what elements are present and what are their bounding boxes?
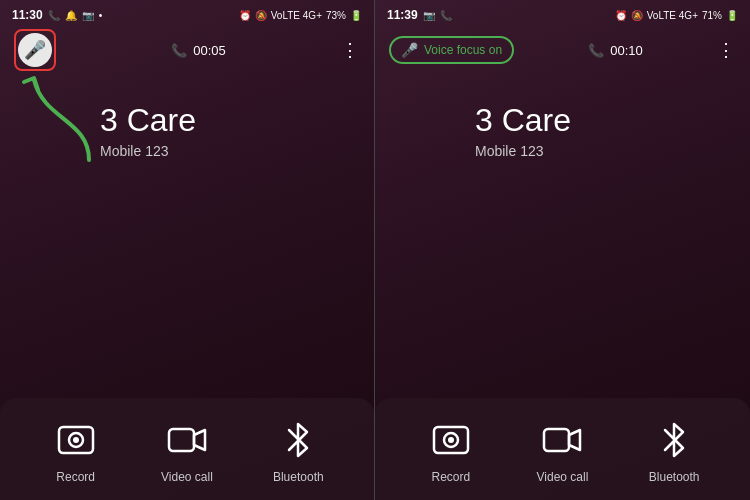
battery-pct-2: 71% [702, 10, 722, 21]
bottom-actions-1: Record Video call Bluet [0, 398, 374, 500]
call-timer-1: 📞 00:05 [171, 43, 226, 58]
status-right-1: ⏰ 🔕 VoLTE 4G+ 73% 🔋 [239, 10, 362, 21]
status-left-2: 11:39 📷 📞 [387, 8, 452, 22]
video-label-2: Video call [537, 470, 589, 484]
mute-icon-2: 🔕 [631, 10, 643, 21]
voice-focus-mic-icon: 🎤 [401, 42, 418, 58]
battery-icon-2: 🔋 [726, 10, 738, 21]
call-bar-2: 🎤 Voice focus on 📞 00:10 ⋮ [375, 28, 750, 72]
battery-2: VoLTE 4G+ [647, 10, 698, 21]
bluetooth-icon-box-1 [271, 418, 325, 462]
caller-info-2: 3 Care Mobile 123 [375, 72, 750, 398]
svg-point-2 [73, 437, 79, 443]
screen-1: 11:30 📞 🔔 📷 • ⏰ 🔕 VoLTE 4G+ 73% 🔋 🎤 📞 00… [0, 0, 375, 500]
svg-point-6 [448, 437, 454, 443]
svg-rect-7 [544, 429, 569, 451]
call-timer-2: 📞 00:10 [588, 43, 643, 58]
svg-rect-3 [169, 429, 194, 451]
call-bar-left-2: 🎤 Voice focus on [389, 36, 514, 64]
dot-icon-1: • [99, 10, 103, 21]
voice-focus-text: Voice focus on [424, 43, 502, 57]
status-right-2: ⏰ 🔕 VoLTE 4G+ 71% 🔋 [615, 10, 738, 21]
screenshot-icon-1: 📷 [82, 10, 94, 21]
more-button-2[interactable]: ⋮ [717, 39, 736, 61]
notification-icon-2: 📷 [423, 10, 435, 21]
phone-status-icon-1: 📞 [48, 10, 60, 21]
status-left-1: 11:30 📞 🔔 📷 • [12, 8, 102, 22]
action-video-2[interactable]: Video call [527, 418, 597, 484]
action-video-1[interactable]: Video call [152, 418, 222, 484]
status-bar-2: 11:39 📷 📞 ⏰ 🔕 VoLTE 4G+ 71% 🔋 [375, 0, 750, 28]
record-icon-box-1 [49, 418, 103, 462]
screen-2: 11:39 📷 📞 ⏰ 🔕 VoLTE 4G+ 71% 🔋 🎤 Voice fo… [375, 0, 750, 500]
bottom-actions-2: Record Video call Bluet [375, 398, 750, 500]
bluetooth-icon-box-2 [647, 418, 701, 462]
status-time-1: 11:30 [12, 8, 43, 22]
alarm-icon-1: ⏰ [239, 10, 251, 21]
phone-call-icon-1: 📞 [171, 43, 187, 58]
caller-name-2: 3 Care [475, 102, 571, 139]
video-icon-box-2 [535, 418, 589, 462]
action-bluetooth-1[interactable]: Bluetooth [263, 418, 333, 484]
action-record-2[interactable]: Record [416, 418, 486, 484]
bluetooth-label-2: Bluetooth [649, 470, 700, 484]
video-icon-box-1 [160, 418, 214, 462]
battery-1: VoLTE 4G+ [271, 10, 322, 21]
timer-text-1: 00:05 [193, 43, 226, 58]
actions-row-1: Record Video call Bluet [0, 418, 374, 484]
status-time-2: 11:39 [387, 8, 418, 22]
record-icon-box-2 [424, 418, 478, 462]
record-label-2: Record [431, 470, 470, 484]
timer-text-2: 00:10 [610, 43, 643, 58]
phone-status-icon-2: 📞 [440, 10, 452, 21]
phone-call-icon-2: 📞 [588, 43, 604, 58]
video-label-1: Video call [161, 470, 213, 484]
alarm-icon-2: ⏰ [615, 10, 627, 21]
arrow-annotation [14, 60, 114, 180]
battery-pct-1: 73% [326, 10, 346, 21]
action-bluetooth-2[interactable]: Bluetooth [639, 418, 709, 484]
status-bar-1: 11:30 📞 🔔 📷 • ⏰ 🔕 VoLTE 4G+ 73% 🔋 [0, 0, 374, 28]
action-record-1[interactable]: Record [41, 418, 111, 484]
actions-row-2: Record Video call Bluet [375, 418, 750, 484]
bluetooth-label-1: Bluetooth [273, 470, 324, 484]
record-label-1: Record [56, 470, 95, 484]
caller-sub-2: Mobile 123 [475, 143, 544, 159]
mic-icon-1: 🎤 [24, 39, 46, 61]
more-button-1[interactable]: ⋮ [341, 39, 360, 61]
caller-name-1: 3 Care [100, 102, 196, 139]
mute-icon-1: 🔕 [255, 10, 267, 21]
battery-icon-1: 🔋 [350, 10, 362, 21]
voice-focus-badge[interactable]: 🎤 Voice focus on [389, 36, 514, 64]
notification-icon-1: 🔔 [65, 10, 77, 21]
